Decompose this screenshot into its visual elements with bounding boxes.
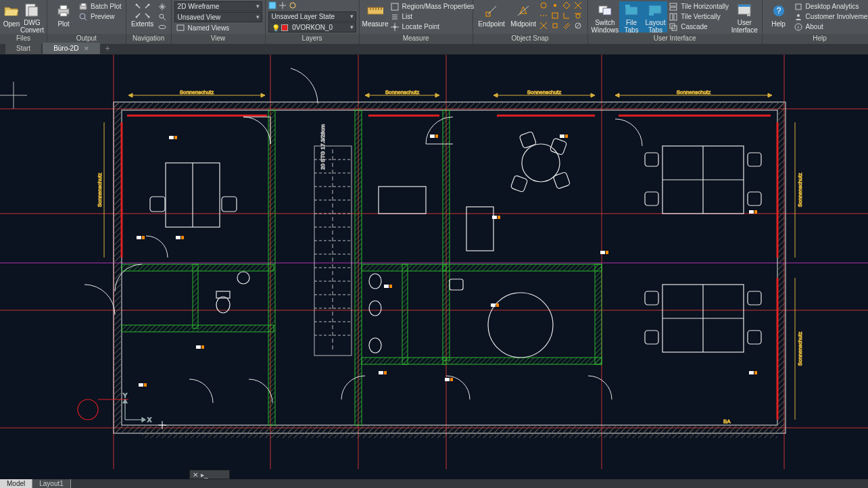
svg-rect-27 xyxy=(552,13,558,18)
close-icon[interactable]: ✕ xyxy=(84,45,89,52)
tile-v-button[interactable]: Tile Vertically xyxy=(667,11,730,22)
printer-icon xyxy=(55,3,72,19)
tile-h-icon xyxy=(669,2,678,11)
svg-point-10 xyxy=(147,4,149,6)
svg-rect-184 xyxy=(450,378,453,381)
svg-rect-172 xyxy=(606,251,608,254)
snap-ext-icon[interactable] xyxy=(539,11,550,21)
svg-rect-161 xyxy=(137,236,141,239)
extents-label: Extents xyxy=(131,20,153,28)
layer-state-icon3[interactable] xyxy=(289,1,297,11)
tab-model[interactable]: Model xyxy=(0,479,32,488)
current-layer-combo[interactable]: 💡 0VORKON_0 xyxy=(268,22,356,32)
about-button[interactable]: i About xyxy=(792,22,868,32)
snap-node-icon[interactable] xyxy=(551,1,562,11)
help-button[interactable]: ? Help xyxy=(765,1,792,32)
snap-ins-icon[interactable] xyxy=(551,11,562,21)
tile-h-button[interactable]: Tile Horizontally xyxy=(667,1,730,11)
extents-button[interactable]: Extents xyxy=(129,1,156,32)
snap-par-icon[interactable] xyxy=(562,22,573,31)
dwg-icon xyxy=(24,3,40,18)
svg-rect-146 xyxy=(645,331,658,344)
svg-rect-98 xyxy=(443,110,450,360)
interior-walls xyxy=(122,110,602,425)
snap-quad-icon[interactable] xyxy=(562,1,573,11)
bulb-icon: 💡 xyxy=(272,24,280,32)
open-button[interactable]: Open xyxy=(3,1,20,32)
cascade-button[interactable]: Cascade xyxy=(667,22,730,32)
svg-text:i: i xyxy=(798,24,799,30)
svg-rect-127 xyxy=(150,197,165,212)
file-tabs-label: File Tabs xyxy=(619,19,644,34)
user-interface-icon xyxy=(736,3,752,18)
dwg-convert-label: DWG Convert xyxy=(20,19,44,34)
endpoint-button[interactable]: Endpoint xyxy=(476,1,508,32)
svg-rect-34 xyxy=(603,8,611,15)
tab-buro-2d[interactable]: Büro-2D ✕ xyxy=(43,43,100,54)
svg-text:Y: Y xyxy=(123,392,127,399)
tab-start-label: Start xyxy=(16,45,30,52)
dwg-convert-button[interactable]: DWG Convert xyxy=(20,1,44,32)
customer-inv-button[interactable]: Customer Involvement xyxy=(792,11,868,22)
command-line[interactable]: ✕ ▸_ xyxy=(189,470,230,479)
snap-near-icon[interactable] xyxy=(539,22,550,31)
panel-title-navigation: Navigation xyxy=(126,34,171,44)
cmd-chevron-icon: ▸_ xyxy=(201,471,208,479)
user-interface-button[interactable]: User Interface xyxy=(730,1,759,32)
snap-none-icon[interactable] xyxy=(574,22,585,31)
dim-2: Sonnenschutz xyxy=(365,89,439,97)
layer-state-icon1[interactable] xyxy=(268,1,276,11)
region-props-button[interactable]: Region/Mass Properties xyxy=(389,1,476,11)
new-tab-button[interactable]: ＋ xyxy=(101,43,114,54)
pan-button[interactable] xyxy=(156,1,168,11)
svg-point-25 xyxy=(541,3,546,8)
svg-rect-180 xyxy=(144,383,147,387)
list-button[interactable]: List xyxy=(389,11,476,22)
svg-rect-159 xyxy=(169,136,174,139)
grid-red xyxy=(0,55,868,469)
svg-rect-149 xyxy=(379,187,426,214)
chair xyxy=(550,138,567,155)
snap-center-icon[interactable] xyxy=(539,1,550,11)
snap-appint-icon[interactable] xyxy=(551,22,562,31)
named-views-button[interactable]: Named Views xyxy=(174,23,262,32)
svg-point-15 xyxy=(159,25,166,28)
svg-point-26 xyxy=(554,4,556,7)
layout-tabs-button[interactable]: Layout Tabs xyxy=(644,1,668,32)
locate-point-button[interactable]: Locate Point xyxy=(389,22,476,32)
orbit-button[interactable] xyxy=(156,22,168,32)
view-combo[interactable]: Unsaved View xyxy=(174,12,262,22)
svg-point-12 xyxy=(147,16,149,18)
svg-rect-188 xyxy=(754,210,757,214)
visual-style-combo[interactable]: 2D Wireframe xyxy=(174,1,262,11)
svg-text:Sonnenschutz: Sonnenschutz xyxy=(180,89,214,95)
preview-button[interactable]: Preview xyxy=(77,11,123,22)
zoom-button[interactable] xyxy=(156,11,168,22)
switch-windows-button[interactable]: Switch Windows xyxy=(591,1,620,32)
tab-start[interactable]: Start xyxy=(5,43,41,54)
close-cmd-icon[interactable]: ✕ xyxy=(193,471,198,479)
drawing-canvas[interactable]: Sonnenschutz Sonnenschutz Sonnenschutz S… xyxy=(0,55,868,469)
layer-state-combo[interactable]: Unsaved Layer State xyxy=(268,11,356,22)
snap-tan-icon[interactable] xyxy=(574,11,585,21)
tab-layout1[interactable]: Layout1 xyxy=(32,479,71,488)
svg-rect-157 xyxy=(450,279,463,290)
snap-perp-icon[interactable] xyxy=(562,11,573,21)
svg-point-28 xyxy=(576,14,580,18)
wc xyxy=(369,301,381,316)
svg-rect-30 xyxy=(553,24,557,28)
view-combo-value: Unsaved View xyxy=(178,14,221,21)
file-tabs-button[interactable]: File Tabs xyxy=(619,1,644,32)
midpoint-button[interactable]: Midpoint xyxy=(508,1,539,32)
dim-3: Sonnenschutz xyxy=(493,89,595,97)
crosshair-cursor xyxy=(0,82,27,109)
svg-rect-181 xyxy=(379,371,383,374)
plot-button[interactable]: Plot xyxy=(50,1,77,32)
measure-button[interactable]: Measure xyxy=(362,1,389,32)
panel-title-ui: User Interface xyxy=(588,34,762,44)
snap-int-icon[interactable] xyxy=(574,1,585,11)
desktop-analytics-button[interactable]: Desktop Analytics xyxy=(792,1,868,11)
svg-rect-132 xyxy=(510,175,528,193)
batchplot-button[interactable]: Batch Plot xyxy=(77,1,123,11)
layer-state-icon2[interactable] xyxy=(279,1,287,11)
